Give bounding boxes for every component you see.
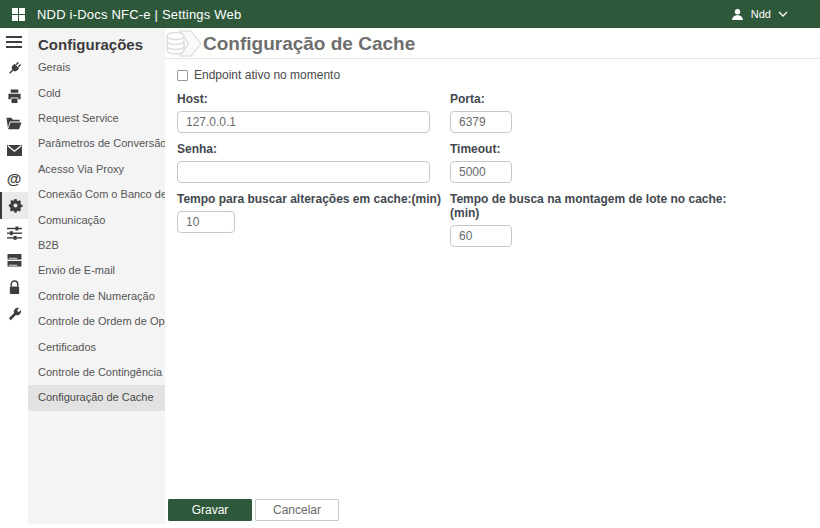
printer-icon[interactable] — [0, 83, 28, 110]
cache-database-icon — [163, 28, 203, 59]
host-field: Host: — [177, 92, 450, 133]
user-icon — [731, 8, 744, 21]
nav-item-acesso-via-proxy[interactable]: Acesso Via Proxy — [28, 157, 165, 182]
nav-item-conexao-banco-de-dados[interactable]: Conexão Com o Banco de Dados — [28, 182, 165, 207]
nav-item-controle-de-contingencia[interactable]: Controle de Contingência — [28, 360, 165, 385]
nav-item-parametros-de-conversao[interactable]: Parâmetros de Conversão — [28, 131, 165, 156]
host-label: Host: — [177, 92, 450, 106]
topbar: NDD i-Docs NFC-e | Settings Web Ndd — [0, 0, 820, 28]
tempo-buscar-field: Tempo para buscar alterações em cache:(m… — [177, 192, 450, 247]
tempo-buscar-label: Tempo para buscar alterações em cache:(m… — [177, 192, 450, 206]
server-icon[interactable] — [0, 246, 28, 273]
nav-item-request-service[interactable]: Request Service — [28, 106, 165, 131]
page-header: Configuração de Cache — [165, 28, 820, 59]
timeout-field: Timeout: — [450, 142, 750, 183]
tempo-buscar-input[interactable] — [177, 211, 235, 233]
plug-icon[interactable] — [0, 55, 28, 82]
endpoint-active-checkbox[interactable] — [177, 70, 188, 81]
nav-item-controle-ordem-operacao[interactable]: Controle de Ordem de Operação — [28, 309, 165, 334]
main-content: Configuração de Cache Endpoint ativo no … — [165, 28, 820, 528]
save-button[interactable]: Gravar — [168, 499, 252, 521]
user-name: Ndd — [751, 8, 771, 20]
at-sign-icon[interactable]: @ — [0, 164, 28, 191]
nav-item-cold[interactable]: Cold — [28, 81, 165, 106]
nav-item-controle-de-numeracao[interactable]: Controle de Numeração — [28, 284, 165, 309]
nav-item-gerais[interactable]: Gerais — [28, 55, 165, 80]
senha-field: Senha: — [177, 142, 450, 183]
sliders-icon[interactable] — [0, 219, 28, 246]
chevron-down-icon — [778, 11, 788, 17]
timeout-input[interactable] — [450, 161, 512, 183]
apps-grid-icon[interactable] — [12, 8, 25, 21]
nav-item-b2b[interactable]: B2B — [28, 233, 165, 258]
lock-icon[interactable] — [0, 274, 28, 301]
app-title: NDD i-Docs NFC-e | Settings Web — [37, 7, 241, 22]
page-title: Configuração de Cache — [203, 33, 415, 55]
nav-item-configuracao-de-cache[interactable]: Configuração de Cache — [28, 385, 165, 410]
tempo-lote-label: Tempo de busca na montagem de lote no ca… — [450, 192, 750, 220]
folder-open-icon[interactable] — [0, 110, 28, 137]
nav-item-envio-de-email[interactable]: Envio de E-mail — [28, 258, 165, 283]
senha-label: Senha: — [177, 142, 450, 156]
wrench-icon[interactable] — [0, 301, 28, 328]
form-actions: Gravar Cancelar — [168, 499, 339, 521]
nav-item-comunicacao[interactable]: Comunicação — [28, 208, 165, 233]
gear-icon-selected[interactable] — [0, 192, 28, 219]
endpoint-active-label: Endpoint ativo no momento — [194, 68, 340, 82]
porta-label: Porta: — [450, 92, 750, 106]
cache-form: Host: Porta: Senha: Timeout: Tempo para … — [177, 92, 820, 247]
cancel-button[interactable]: Cancelar — [255, 499, 339, 521]
endpoint-active-row: Endpoint ativo no momento — [177, 68, 820, 82]
mail-icon[interactable] — [0, 137, 28, 164]
settings-nav: Configurações Gerais Cold Request Servic… — [28, 28, 165, 524]
nav-heading: Configurações — [28, 28, 165, 55]
menu-icon[interactable] — [0, 28, 28, 55]
host-input[interactable] — [177, 111, 430, 133]
senha-input[interactable] — [177, 161, 430, 183]
porta-field: Porta: — [450, 92, 750, 133]
tempo-lote-input[interactable] — [450, 225, 512, 247]
user-menu[interactable]: Ndd — [731, 8, 810, 21]
tempo-lote-field: Tempo de busca na montagem de lote no ca… — [450, 192, 750, 247]
icon-rail: @ — [0, 28, 28, 528]
nav-item-certificados[interactable]: Certificados — [28, 335, 165, 360]
porta-input[interactable] — [450, 111, 512, 133]
timeout-label: Timeout: — [450, 142, 750, 156]
